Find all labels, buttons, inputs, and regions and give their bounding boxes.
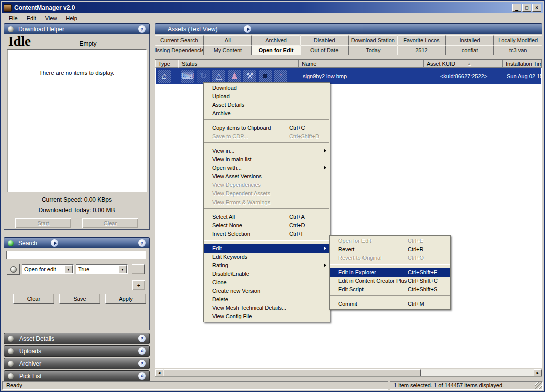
search-header[interactable]: Search » <box>4 237 150 248</box>
asset-tab[interactable]: Today <box>349 45 398 55</box>
play-icon[interactable] <box>51 239 58 247</box>
maximize-button[interactable]: □ <box>522 4 531 12</box>
add-filter-button[interactable]: + <box>132 280 145 290</box>
menu-item[interactable]: View Mesh Technical Details... <box>204 304 330 312</box>
menu-item: View Dependent Assets <box>204 189 330 198</box>
dropdown-arrow-icon[interactable]: ▼ <box>64 265 73 273</box>
filter-orb-button[interactable] <box>7 264 20 275</box>
panel-sphere-icon <box>8 26 14 32</box>
collapse-chevron-icon[interactable]: » <box>138 239 146 247</box>
column-header-kuid[interactable]: Asset KUID ▲ <box>424 60 503 68</box>
menu-item[interactable]: Open with... <box>204 164 330 172</box>
asset-tab[interactable]: conflat <box>446 45 494 55</box>
download-queue-status: Empty <box>31 40 145 47</box>
start-button[interactable]: Start <box>15 218 71 228</box>
statusbar: Ready 1 item selected. 1 of 144457 items… <box>2 381 543 390</box>
menu-item: Save to CDP... Ctrl+Shift+D <box>204 132 330 141</box>
menu-item[interactable]: Create new Version <box>204 287 330 295</box>
asset-tab[interactable]: Current Search <box>155 35 204 45</box>
menu-item[interactable]: Select None Ctrl+D <box>204 221 330 230</box>
collapsed-panel[interactable]: Pick List » <box>4 370 150 382</box>
menu-item[interactable]: Clone <box>204 278 330 287</box>
asset-tab[interactable]: Download Station <box>349 35 398 45</box>
asset-tabs-row2: Missing DependenciesMy ContentOpen for E… <box>155 45 542 55</box>
download-helper-header[interactable]: Download Helper » <box>4 23 150 34</box>
menu-item[interactable]: Edit <box>204 244 330 253</box>
menubar-item[interactable]: File <box>4 14 22 22</box>
asset-tab[interactable]: Locally Modified <box>494 35 542 45</box>
remove-filter-button[interactable]: - <box>132 264 145 274</box>
scroll-right-arrow-icon[interactable]: ► <box>534 369 542 376</box>
menu-item[interactable]: Edit Keywords <box>204 253 330 261</box>
menu-item[interactable]: Commit Ctrl+M <box>330 300 450 308</box>
assets-header[interactable]: Assets (Text View) <box>155 23 542 34</box>
menu-item[interactable]: View in main list <box>204 155 330 164</box>
apply-search-button[interactable]: Apply <box>105 294 146 304</box>
menubar-item[interactable]: Help <box>61 14 82 22</box>
empty-list-message: There are no items to display. <box>7 50 146 76</box>
menu-item[interactable]: Invert Selection Ctrl+I <box>204 230 330 238</box>
resize-grip-icon[interactable] <box>535 382 542 389</box>
menu-item[interactable]: Edit in Explorer Ctrl+Shift+E <box>330 268 450 277</box>
column-header-status[interactable]: Status <box>178 60 299 68</box>
clear-download-button[interactable]: Clear <box>82 218 138 228</box>
menu-item[interactable]: Select All Ctrl+A <box>204 213 330 221</box>
download-queue-list[interactable]: There are no items to display. <box>7 49 147 192</box>
collapsed-panel[interactable]: Archiver » <box>4 358 150 369</box>
horizontal-scrollbar[interactable]: ◄ ► <box>155 369 542 377</box>
asset-tab[interactable]: Missing Dependencies <box>155 45 204 55</box>
menu-item[interactable]: View Config File <box>204 312 330 321</box>
menu-item[interactable]: View Asset Versions <box>204 172 330 181</box>
close-button[interactable]: × <box>532 4 541 12</box>
search-input[interactable] <box>6 251 146 259</box>
column-header-type[interactable]: Type <box>155 60 178 68</box>
dropdown-arrow-icon[interactable]: ▼ <box>118 265 127 273</box>
asset-tab[interactable]: Archived <box>252 35 300 45</box>
panel-sphere-icon <box>8 373 14 379</box>
play-icon[interactable] <box>244 25 251 33</box>
menu-item[interactable]: Edit Script Ctrl+Shift+S <box>330 285 450 294</box>
scroll-left-arrow-icon[interactable]: ◄ <box>155 369 163 376</box>
menu-item[interactable]: Copy items to Clipboard Ctrl+C <box>204 124 330 132</box>
menu-item[interactable]: View in... <box>204 147 330 155</box>
scrollbar-thumb[interactable] <box>164 369 421 376</box>
collapsed-panel[interactable]: Asset Details » <box>4 333 150 344</box>
asset-tab[interactable]: tc3 van <box>494 45 542 55</box>
column-header-installed[interactable]: Installation Time <box>503 60 542 68</box>
expand-chevron-icon[interactable]: » <box>138 335 146 342</box>
asset-tab[interactable]: 2512 <box>397 45 446 55</box>
collapsed-panel[interactable]: Uploads » <box>4 345 150 357</box>
menu-item[interactable]: Edit in Content Creator Plus Ctrl+Shift+… <box>330 277 450 285</box>
asset-tab[interactable]: All <box>204 35 252 45</box>
panel-sphere-icon <box>8 336 14 342</box>
asset-tab[interactable]: Favorite Locos <box>397 35 446 45</box>
menu-item[interactable]: Delete <box>204 295 330 304</box>
menubar-item[interactable]: Edit <box>22 14 41 22</box>
menu-item[interactable]: Rating <box>204 261 330 270</box>
minimize-button[interactable]: _ <box>512 4 521 12</box>
filter-field-select[interactable]: Open for edit ▼ <box>22 264 74 274</box>
menu-item[interactable]: Archive <box>204 109 330 118</box>
filter-value-select[interactable]: True ▼ <box>76 264 128 274</box>
menu-item: Open for Edit Ctrl+E <box>330 237 450 245</box>
save-search-button[interactable]: Save <box>59 294 100 304</box>
menu-item[interactable]: Upload <box>204 92 330 101</box>
asset-tab[interactable]: Disabled <box>300 35 349 45</box>
menu-item[interactable]: Revert Ctrl+R <box>330 245 450 254</box>
expand-chevron-icon[interactable]: » <box>138 347 146 355</box>
menubar-item[interactable]: View <box>41 14 62 22</box>
column-header-name[interactable]: Name <box>299 60 424 68</box>
clear-search-button[interactable]: Clear <box>13 294 54 304</box>
asset-tab[interactable]: Out of Date <box>300 45 349 55</box>
menu-shortcut: Ctrl+E <box>408 237 423 245</box>
menu-item[interactable]: Asset Details <box>204 101 330 109</box>
collapse-chevron-icon[interactable]: » <box>138 25 146 33</box>
asset-tab[interactable]: Installed <box>446 35 494 45</box>
asset-tab[interactable]: Open for Edit <box>252 45 300 55</box>
menu-item[interactable]: Download <box>204 84 330 92</box>
expand-chevron-icon[interactable]: » <box>138 372 146 380</box>
menu-item[interactable]: Disable\Enable <box>204 270 330 278</box>
expand-chevron-icon[interactable]: » <box>138 360 146 367</box>
status-message: Ready <box>2 381 388 390</box>
asset-tab[interactable]: My Content <box>204 45 252 55</box>
